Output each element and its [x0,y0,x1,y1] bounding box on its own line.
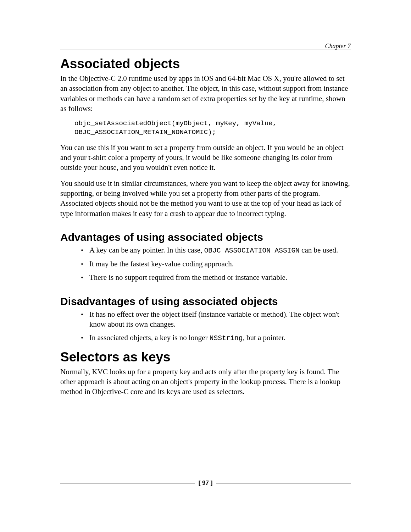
para-caution: You should use it in similar circumstanc… [60,178,351,218]
header-rule: Chapter 7 [60,50,351,50]
list-item: In associated objects, a key is no longe… [88,333,351,343]
footer-rule-right [216,483,351,483]
page: Chapter 7 Associated objects In the Obje… [0,0,411,532]
disadvantages-list: It has no effect over the object itself … [60,310,351,343]
heading-associated-objects: Associated objects [60,56,351,71]
para-selectors: Normally, KVC looks up for a property ke… [60,367,351,397]
text: A key can be any pointer. In this case, [89,246,204,254]
list-item: It may be the fastest key-value coding a… [88,259,351,269]
heading-disadvantages: Disadvantages of using associated object… [60,295,351,307]
text: In associated objects, a key is no longe… [89,333,210,342]
footer-rule-left [60,483,195,483]
page-number: [ 97 ] [195,480,216,487]
list-item: A key can be any pointer. In this case, … [88,245,351,256]
heading-advantages: Advantages of using associated objects [60,231,351,243]
inline-code: OBJC_ASSOCIATION_ASSIGN [204,247,300,255]
heading-selectors-as-keys: Selectors as keys [60,350,351,365]
para-tshirt: You can use this if you want to set a pr… [60,143,351,173]
chapter-label: Chapter 7 [325,43,351,50]
text: can be used. [300,246,338,254]
page-footer: [ 97 ] [60,480,351,487]
list-item: There is no support required from the me… [88,273,351,283]
inline-code: NSString [210,334,243,342]
advantages-list: A key can be any pointer. In this case, … [60,245,351,283]
code-block: objc_setAssociatedObject(myObject, myKey… [74,119,351,137]
text: , but a pointer. [243,333,285,342]
list-item: It has no effect over the object itself … [88,310,351,329]
para-intro: In the Objective-C 2.0 runtime used by a… [60,73,351,113]
